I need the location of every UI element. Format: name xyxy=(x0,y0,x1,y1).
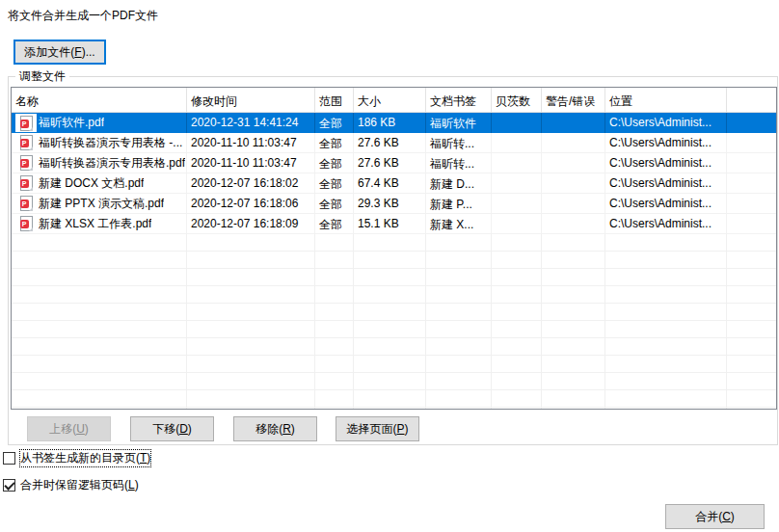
move-down-button[interactable]: 下移(D) xyxy=(130,416,214,441)
button-label: 下移( xyxy=(152,421,179,438)
pdf-file-icon: P xyxy=(15,174,37,193)
move-up-button[interactable]: 上移(U) xyxy=(27,416,111,441)
cell-bookmark: 福昕软件 xyxy=(426,113,492,133)
pdf-file-icon: P xyxy=(15,215,37,233)
cell-bookmark: 新建 X... xyxy=(426,214,492,233)
cell-size: 67.4 KB xyxy=(354,173,426,193)
cell-modified: 2020-12-31 14:41:24 xyxy=(187,113,315,133)
button-label: ) xyxy=(405,422,409,436)
cell-blank xyxy=(727,113,777,133)
column-header-range[interactable]: 范围 xyxy=(315,88,354,112)
table-body: P福昕软件.pdf2020-12-31 14:41:24全部186 KB福昕软件… xyxy=(12,113,776,234)
column-header-warnings[interactable]: 警告/错误 xyxy=(542,88,605,112)
pdf-file-icon: P xyxy=(15,195,37,213)
button-label: 移除( xyxy=(255,421,282,438)
logical-pages-checkbox-row: 合并时保留逻辑页码(L) xyxy=(3,477,139,493)
cell-warnings xyxy=(542,153,605,173)
cell-location: C:\Users\Administ... xyxy=(605,133,727,152)
button-mnemonic: D xyxy=(179,422,188,436)
button-label: 添加文件( xyxy=(24,44,74,61)
cell-location: C:\Users\Administ... xyxy=(605,153,727,173)
cell-range: 全部 xyxy=(315,153,354,173)
cell-modified: 2020-12-07 16:18:06 xyxy=(187,194,315,213)
column-header-location[interactable]: 位置 xyxy=(605,88,727,112)
cell-range: 全部 xyxy=(315,133,354,152)
table-row[interactable]: P福昕软件.pdf2020-12-31 14:41:24全部186 KB福昕软件… xyxy=(12,113,776,133)
cell-bookmark: 新建 D... xyxy=(426,173,492,193)
pdf-file-icon: P xyxy=(15,154,37,173)
cell-bates xyxy=(492,113,542,133)
cell-modified: 2020-11-10 11:03:47 xyxy=(187,153,315,173)
cell-name: P新建 XLSX 工作表.pdf xyxy=(12,214,187,233)
merge-button[interactable]: 合并(C) xyxy=(665,504,765,529)
select-pages-button[interactable]: 选择页面(P) xyxy=(336,416,419,441)
cell-range: 全部 xyxy=(315,214,354,233)
checkbox-mnemonic: L xyxy=(128,478,135,492)
cell-modified: 2020-12-07 16:18:09 xyxy=(187,214,315,233)
grid-line xyxy=(425,234,426,409)
grid-line xyxy=(541,234,542,409)
cell-size: 29.3 KB xyxy=(354,194,426,213)
toc-checkbox[interactable] xyxy=(3,452,15,465)
cell-name: P福昕转换器演示专用表格.pdf xyxy=(12,153,187,173)
add-files-button[interactable]: 添加文件(F)... xyxy=(13,40,106,65)
cell-blank xyxy=(727,153,777,173)
file-name-text: 福昕转换器演示专用表格 -... xyxy=(39,135,182,151)
logical-pages-checkbox-label[interactable]: 合并时保留逻辑页码(L) xyxy=(20,477,139,493)
button-mnemonic: U xyxy=(76,422,85,436)
cell-blank xyxy=(727,194,777,213)
table-row[interactable]: P福昕转换器演示专用表格 -...2020-11-10 11:03:47全部27… xyxy=(12,133,776,153)
column-header-name[interactable]: 名称 xyxy=(12,88,187,112)
button-mnemonic: F xyxy=(74,45,81,59)
checkbox-label-text: ) xyxy=(135,478,139,492)
cell-bates xyxy=(492,194,542,213)
checkbox-label-text: ) xyxy=(147,451,150,465)
file-name-text: 新建 XLSX 工作表.pdf xyxy=(39,216,151,232)
cell-size: 186 KB xyxy=(354,113,426,133)
grid-line xyxy=(314,234,315,409)
table-row[interactable]: P新建 PPTX 演示文稿.pdf2020-12-07 16:18:06全部29… xyxy=(12,194,776,214)
cell-size: 15.1 KB xyxy=(354,214,426,233)
cell-modified: 2020-12-07 16:18:02 xyxy=(187,173,315,193)
logical-pages-checkbox[interactable] xyxy=(3,479,15,492)
cell-blank xyxy=(727,214,777,233)
button-label: 合并( xyxy=(695,509,722,525)
cell-bates xyxy=(492,173,542,193)
cell-location: C:\Users\Administ... xyxy=(605,113,727,133)
table-header: 名称修改时间范围大小文档书签贝茨数警告/错误位置 xyxy=(12,88,776,113)
column-header-size[interactable]: 大小 xyxy=(354,88,426,112)
checkbox-label-text: 从书签生成新的目录页( xyxy=(20,451,140,465)
cell-blank xyxy=(727,133,777,152)
table-row[interactable]: P福昕转换器演示专用表格.pdf2020-11-10 11:03:47全部27.… xyxy=(12,153,776,173)
grid-line xyxy=(726,234,727,409)
cell-bates xyxy=(492,153,542,173)
cell-name: P新建 DOCX 文档.pdf xyxy=(12,173,187,193)
toc-checkbox-label[interactable]: 从书签生成新的目录页(T) xyxy=(20,450,150,466)
column-header-bookmark[interactable]: 文档书签 xyxy=(426,88,492,112)
remove-button[interactable]: 移除(R) xyxy=(233,416,317,441)
cell-range: 全部 xyxy=(315,194,354,213)
cell-bookmark: 新建 P... xyxy=(426,194,492,213)
grid-line xyxy=(186,234,187,409)
button-label: ) xyxy=(291,422,295,436)
pdf-file-icon: P xyxy=(15,134,37,152)
cell-warnings xyxy=(542,194,605,213)
grid-line xyxy=(604,234,605,409)
table-row[interactable]: P新建 XLSX 工作表.pdf2020-12-07 16:18:09全部15.… xyxy=(12,214,776,234)
groupbox-label: 调整文件 xyxy=(15,69,69,83)
column-header-bates[interactable]: 贝茨数 xyxy=(492,88,542,112)
cell-size: 27.6 KB xyxy=(354,133,426,152)
column-header-blank[interactable] xyxy=(727,88,777,112)
file-name-text: 福昕软件.pdf xyxy=(39,115,104,131)
cell-location: C:\Users\Administ... xyxy=(605,214,727,233)
cell-warnings xyxy=(542,133,605,152)
pdf-file-icon: P xyxy=(15,114,37,132)
file-table: 名称修改时间范围大小文档书签贝茨数警告/错误位置 P福昕软件.pdf2020-1… xyxy=(11,87,777,410)
cell-range: 全部 xyxy=(315,173,354,193)
cell-name: P福昕转换器演示专用表格 -... xyxy=(12,133,187,152)
cell-warnings xyxy=(542,214,605,233)
grid-line xyxy=(353,234,354,409)
column-header-modified[interactable]: 修改时间 xyxy=(187,88,315,112)
cell-location: C:\Users\Administ... xyxy=(605,194,727,213)
table-row[interactable]: P新建 DOCX 文档.pdf2020-12-07 16:18:02全部67.4… xyxy=(12,173,776,194)
